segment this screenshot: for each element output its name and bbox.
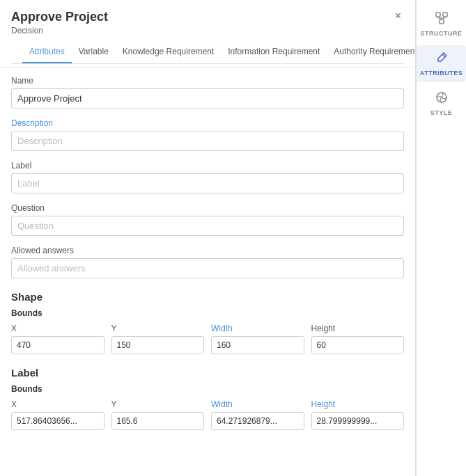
label-bounds-grid: X Y Width Height xyxy=(11,399,404,430)
panel-subtitle: Decision xyxy=(11,26,404,35)
label-y-label: Y xyxy=(111,399,205,409)
label-width-label: Width xyxy=(211,399,304,409)
label-bounds-label: Bounds xyxy=(11,384,404,394)
shape-y-input[interactable] xyxy=(111,336,205,354)
main-panel: Approve Project × Decision Attributes Va… xyxy=(0,0,416,476)
name-input[interactable] xyxy=(11,88,404,109)
panel-content: Name Description Label Question Allowed … xyxy=(0,68,415,476)
tab-variable[interactable]: Variable xyxy=(72,41,116,63)
label-x-field: X xyxy=(11,399,104,430)
label-group: Label xyxy=(11,161,404,193)
structure-icon xyxy=(435,11,449,28)
sidebar-item-structure[interactable]: STRUCTURE xyxy=(417,6,466,42)
label-y-input[interactable] xyxy=(111,412,205,430)
question-input[interactable] xyxy=(11,216,404,236)
name-group: Name xyxy=(11,76,404,109)
label-x-input[interactable] xyxy=(11,412,104,430)
shape-x-label: X xyxy=(11,324,104,333)
panel-title: Approve Project xyxy=(11,10,108,24)
sidebar-attributes-label: ATTRIBUTES xyxy=(420,70,463,77)
shape-bounds-label: Bounds xyxy=(11,308,404,318)
sidebar-item-attributes[interactable]: ATTRIBUTES xyxy=(417,45,466,82)
description-input[interactable] xyxy=(11,131,404,151)
tab-information-requirement[interactable]: Information Requirement xyxy=(221,41,327,63)
tab-knowledge-requirement[interactable]: Knowledge Requirement xyxy=(116,41,221,63)
svg-rect-0 xyxy=(436,13,440,17)
shape-height-field: Height xyxy=(311,324,405,354)
shape-width-label: Width xyxy=(211,324,304,333)
shape-height-input[interactable] xyxy=(311,336,405,354)
sidebar: STRUCTURE ATTRIBUTES STYLE xyxy=(416,0,466,476)
panel-header: Approve Project × Decision Attributes Va… xyxy=(0,0,415,68)
label-label: Label xyxy=(11,161,404,170)
label-height-field: Height xyxy=(311,399,405,430)
shape-y-field: Y xyxy=(111,324,205,354)
svg-rect-2 xyxy=(440,19,444,24)
shape-section-title: Shape xyxy=(11,291,404,303)
label-width-input[interactable] xyxy=(211,412,304,430)
name-label: Name xyxy=(11,76,404,86)
label-width-field: Width xyxy=(211,399,304,430)
shape-x-input[interactable] xyxy=(11,336,104,354)
sidebar-style-label: STYLE xyxy=(430,109,453,116)
shape-width-input[interactable] xyxy=(211,336,304,354)
question-label: Question xyxy=(11,203,404,213)
attributes-icon xyxy=(435,51,449,68)
shape-x-field: X xyxy=(11,324,104,354)
label-y-field: Y xyxy=(111,399,205,430)
sidebar-structure-label: STRUCTURE xyxy=(421,30,463,37)
label-section-title: Label xyxy=(11,367,404,379)
shape-y-label: Y xyxy=(111,324,205,333)
description-label: Description xyxy=(11,118,404,128)
label-x-label: X xyxy=(11,399,104,409)
style-icon xyxy=(435,90,449,107)
shape-bounds-grid: X Y Width Height xyxy=(11,324,404,354)
shape-width-field: Width xyxy=(211,324,304,354)
description-group: Description xyxy=(11,118,404,151)
close-button[interactable]: × xyxy=(392,10,404,22)
shape-height-label: Height xyxy=(311,324,405,333)
header-top: Approve Project × xyxy=(11,10,404,24)
label-input[interactable] xyxy=(11,173,404,193)
svg-rect-1 xyxy=(443,13,447,17)
tab-attributes[interactable]: Attributes xyxy=(22,41,72,63)
question-group: Question xyxy=(11,203,404,236)
label-height-label: Height xyxy=(311,399,405,409)
label-height-input[interactable] xyxy=(311,412,405,430)
sidebar-item-style[interactable]: STYLE xyxy=(417,85,466,122)
allowed-answers-input[interactable] xyxy=(11,258,404,278)
allowed-answers-label: Allowed answers xyxy=(11,246,404,255)
tab-authority-requirement[interactable]: Authority Requirement xyxy=(327,41,416,63)
tab-bar: Attributes Variable Knowledge Requiremen… xyxy=(11,41,404,64)
allowed-answers-group: Allowed answers xyxy=(11,246,404,278)
